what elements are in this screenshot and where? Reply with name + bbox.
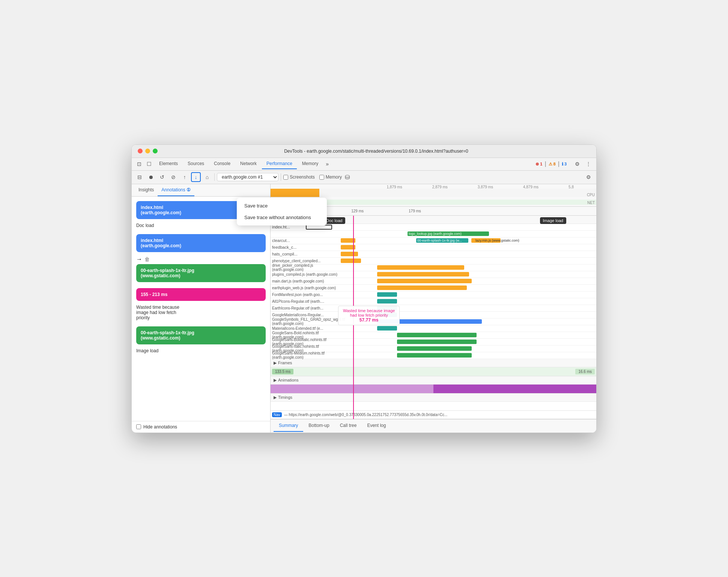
network-row-feedback: feedback_c... xyxy=(271,244,596,251)
resource-bar-fontmanifest xyxy=(347,292,596,297)
tab-call-tree[interactable]: Call tree xyxy=(335,420,362,432)
network-row-drivepicker: drive_picker_compiled.js (earth.google.c… xyxy=(271,264,596,271)
more-tabs-icon[interactable]: » xyxy=(323,159,331,168)
record-button[interactable]: ⏺ xyxy=(146,172,156,182)
tab-network[interactable]: Network xyxy=(236,159,261,169)
materialicons-bar xyxy=(377,326,397,331)
resource-label-drivepicker: drive_picker_compiled.js (earth.google.c… xyxy=(272,263,347,272)
googlesansitalic-bar xyxy=(397,346,472,351)
animations-row xyxy=(271,385,596,394)
net-label: NET xyxy=(587,201,595,205)
save-trace-item[interactable]: Save trace xyxy=(237,200,327,212)
more-options-icon[interactable]: ⋮ xyxy=(584,159,593,168)
gear-icon[interactable]: ⚙ xyxy=(584,172,593,182)
resource-bar-googlematerial xyxy=(347,312,596,317)
network-row-googlesansmedium: GoogleSans-Medium.nohints.ttf (earth.goo… xyxy=(271,352,596,359)
maximize-button[interactable] xyxy=(153,149,158,153)
annotation-badge-wasted: 155 - 213 ms xyxy=(136,288,266,301)
image-load-label: Image load xyxy=(136,348,266,353)
save-trace-no-annotations-item[interactable]: Save trace without annotations xyxy=(237,212,327,223)
frames-time1: 133.5 ms xyxy=(272,369,293,374)
annotation-card-index2: index.html(earth.google.com) xyxy=(136,234,266,252)
tab-annotations[interactable]: Annotations ① xyxy=(158,184,194,196)
memory-icon[interactable]: ⛁ xyxy=(345,174,350,181)
timings-expand-icon[interactable]: ▶ xyxy=(274,395,277,400)
resource-label-googlematerial: GoogleMaterialIcons-Regular... xyxy=(272,313,347,317)
resource-bar-googlesansitalic xyxy=(347,346,596,351)
googlesansmedium-bar xyxy=(397,353,472,358)
minimize-button[interactable] xyxy=(145,149,150,153)
hide-annotations-checkbox[interactable] xyxy=(136,424,141,429)
screenshots-label: Screenshots xyxy=(290,174,315,180)
reload-record-button[interactable]: ↺ xyxy=(157,172,167,182)
tab-console[interactable]: Console xyxy=(209,159,235,169)
profile-selector[interactable]: earth.google.com #1 xyxy=(217,173,278,181)
screenshots-checkbox[interactable] xyxy=(283,175,288,180)
resource-label-hats: hats_compil... xyxy=(272,252,306,256)
nav-bar-row: Nav — https://earth.google.com/web/@0_0.… xyxy=(271,411,596,419)
memory-checkbox-group[interactable]: Memory xyxy=(319,174,342,180)
earthplugin-bar xyxy=(377,285,467,290)
frames-time2: 16.6 ms xyxy=(575,369,595,374)
resource-bar-googlesansmedium xyxy=(347,353,596,358)
settings-icon[interactable]: ⚙ xyxy=(573,159,582,168)
resource-bar-googlesansbold xyxy=(347,332,596,338)
resource-bar-earthicons xyxy=(347,305,596,311)
network-row-phenotype: phenotype_client_compiled... xyxy=(271,258,596,264)
resource-bar-plugins xyxy=(347,272,596,277)
clear-button[interactable]: ⊘ xyxy=(168,172,178,182)
toolbar-separator-1 xyxy=(214,173,215,181)
tab-memory[interactable]: Memory xyxy=(298,159,323,169)
phenotype-bar xyxy=(341,258,361,263)
tab-performance[interactable]: Performance xyxy=(262,159,297,169)
frames-expand-icon[interactable]: ▶ xyxy=(274,361,277,365)
resource-bar-maindart xyxy=(347,278,596,284)
annotation-group-3: 155 - 213 ms Wasted time becauseimage ha… xyxy=(136,288,266,320)
home-button[interactable]: ⌂ xyxy=(202,172,212,182)
tab-insights[interactable]: Insights xyxy=(135,184,158,196)
tab-sources[interactable]: Sources xyxy=(183,159,209,169)
tab-elements[interactable]: Elements xyxy=(155,159,182,169)
resource-bar-phenotype xyxy=(306,258,596,263)
resource-label-feedback: feedback_c... xyxy=(272,245,306,249)
tab-event-log[interactable]: Event log xyxy=(362,420,391,432)
left-panel-content: index.html(earth.google.com) Doc load in… xyxy=(132,197,270,421)
inspect-icon[interactable]: ⊡ xyxy=(135,159,144,168)
fontmanifest-bar xyxy=(377,292,397,297)
upload-button[interactable]: ↑ xyxy=(180,172,190,182)
network-row-earthicons: EarthIcons-Regular.otf (earth... xyxy=(271,305,596,312)
resource-bar-clearcut: 00-earth-splash-1x-ltr.jpg (w... lazy.mi… xyxy=(306,238,596,243)
resource-bar-drivepicker xyxy=(347,265,596,270)
nav-url: — https://earth.google.com/web/@0_0.3733… xyxy=(284,413,448,417)
tab-icons: ⊗ 1 | ⚠ 8 | ℹ 3 ⚙ ⋮ xyxy=(535,159,593,168)
tab-bottom-up[interactable]: Bottom-up xyxy=(303,420,334,432)
annotation-group-4: 00-earth-splash-1x-ltr.jpg(www.gstatic.c… xyxy=(136,326,266,353)
info-count: ℹ 3 xyxy=(562,162,567,167)
maindart-bar xyxy=(377,279,472,283)
toolbar-separator-2 xyxy=(281,173,281,181)
memory-checkbox[interactable] xyxy=(319,175,324,180)
panel-layout-button[interactable]: ⊟ xyxy=(135,172,144,182)
resource-label-earthicons: EarthIcons-Regular.otf (earth... xyxy=(272,306,347,310)
resource-label-plugins: plugins_compiled.js (earth.google.com) xyxy=(272,272,347,276)
arrow-icon: → xyxy=(136,256,142,263)
feedback-bar xyxy=(341,245,355,249)
lazy-label: lazy.min.js (www.gstatic.com) xyxy=(474,238,520,243)
image-load-tooltip: Image load xyxy=(540,217,566,224)
devtools-window: DevTools - earth.google.com/static/multi… xyxy=(131,144,597,433)
animations-expand-icon[interactable]: ▶ xyxy=(274,378,277,383)
download-button[interactable]: ↓ xyxy=(191,172,201,182)
ruler-179: 179 ms xyxy=(409,209,421,213)
delete-annotation-icon[interactable]: 🗑 xyxy=(144,256,150,262)
network-row-plugins: plugins_compiled.js (earth.google.com) xyxy=(271,271,596,278)
screenshots-checkbox-group[interactable]: Screenshots xyxy=(283,174,315,180)
frames-content: 133.5 ms 16.6 ms xyxy=(272,369,595,374)
tab-summary[interactable]: Summary xyxy=(274,420,303,432)
performance-toolbar: ⊟ ⏺ ↺ ⊘ ↑ ↓ ⌂ earth.google.com #1 Screen… xyxy=(132,171,596,184)
frames-label: Frames xyxy=(278,361,292,365)
device-icon[interactable]: ☐ xyxy=(144,159,154,168)
network-row-earthplugin: earthplugin_web.js (earth.google.com) xyxy=(271,285,596,292)
annotation-card-splash: 00-earth-splash-1x-ltr.jpg(www.gstatic.c… xyxy=(136,264,266,282)
clearcut-bar xyxy=(341,238,355,243)
close-button[interactable] xyxy=(138,149,143,153)
